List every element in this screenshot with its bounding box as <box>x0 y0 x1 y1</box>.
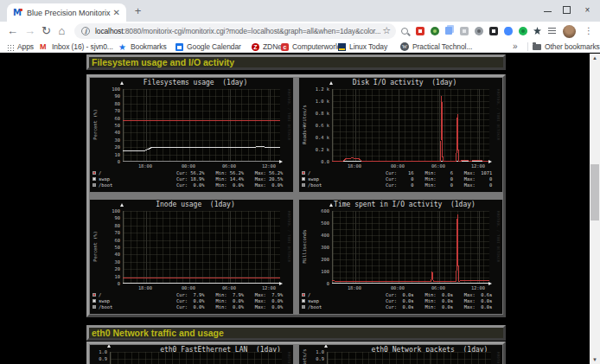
scrollbar-thumb[interactable] <box>590 164 599 220</box>
other-bookmarks[interactable]: Other bookmarks <box>533 41 600 53</box>
y-tick-label: 400 <box>299 233 329 238</box>
search-extension-icon[interactable] <box>401 28 408 35</box>
y-axis-arrow <box>329 81 333 85</box>
y-axis-arrow <box>120 81 124 85</box>
y-tick-label: 300 <box>299 245 329 250</box>
legend-values: Cur: 0.0% Min: 0.0% Max: 0.0% <box>176 304 283 310</box>
graph-eth0-fastethernet-lan-1day-: eth0 FastEthernet LAN (1day)1.00.90.80.7… <box>89 344 294 364</box>
globe-extension-icon[interactable] <box>431 27 439 35</box>
forward-button[interactable]: → <box>24 22 35 41</box>
legend-color-box <box>302 305 305 309</box>
bookmark-item[interactable]: WPractical Technol... <box>400 41 472 53</box>
other-bookmarks-label: Other bookmarks <box>545 42 600 51</box>
pages-extension-icon[interactable] <box>445 27 452 35</box>
y-axis-arrow <box>107 344 111 348</box>
scrollbar-up-icon[interactable]: ▲ <box>590 54 600 62</box>
bookmark-item[interactable]: Apps <box>7 41 34 53</box>
bookmarks-overflow-icon[interactable]: » <box>513 41 518 53</box>
back-button[interactable]: ← <box>7 22 18 41</box>
x-tick-label: 00:00 <box>386 163 410 169</box>
y-tick-label: 80 <box>90 101 120 106</box>
legend-series-name: / <box>308 170 310 176</box>
page-scrollbar[interactable]: ▲ ▼ <box>590 54 600 364</box>
y-tick-label: 0.8 k <box>299 111 329 116</box>
bookmark-item[interactable]: Google Calendar <box>176 41 241 53</box>
pin-extension-icon[interactable] <box>533 27 541 35</box>
y-tick-label: 0 <box>299 281 329 286</box>
legend-values: Cur: 0.0s Min: 0.0s Max: 0.6s <box>386 292 492 297</box>
mask-extension-icon[interactable] <box>475 27 483 35</box>
bookmark-item[interactable]: cComputerworld <box>281 41 341 53</box>
y-tick-label: 600 <box>299 208 329 214</box>
legend-values: Cur: 18.9% Min: 14.4% Max: 20.5% <box>176 176 283 182</box>
x-tick-label: 06:00 <box>426 163 450 169</box>
cw-bookmark-icon: c <box>281 43 289 51</box>
zdnet-bookmark-icon: Z <box>252 43 259 51</box>
x-tick-label: 00:00 <box>386 285 410 291</box>
minimize-button[interactable] <box>544 8 552 12</box>
rrdtool-watermark: RRDTOOL / TOBI OETIKER <box>496 352 501 364</box>
x-tick-label: 06:00 <box>217 285 241 291</box>
legend-series-name: swap <box>99 176 110 182</box>
browser-window: M Blue Precision Monitorix ✕ + × ← → ↻ ⌂… <box>0 0 600 364</box>
y-axis-arrow <box>324 344 328 348</box>
y-tick-label: 40 <box>90 130 120 135</box>
calendar-bookmark-icon <box>176 43 183 51</box>
bookmark-item[interactable]: MInbox (16) - sjvn0... <box>40 41 113 53</box>
close-button[interactable]: × <box>582 5 593 15</box>
y-tick-label: 0.0 <box>299 159 329 164</box>
y-tick-label: 200 <box>299 257 329 262</box>
section-title-bar: Filesystem usage and I/O activity <box>86 54 506 70</box>
scrollbar-down-icon[interactable]: ▼ <box>590 355 600 364</box>
legend-series-name: /boot <box>99 304 112 310</box>
legend-color-box <box>93 177 96 181</box>
messenger-extension-icon[interactable] <box>504 27 513 35</box>
legend-color-box <box>302 177 305 181</box>
new-tab-button[interactable]: + <box>132 6 144 17</box>
gray-square-extension-icon[interactable] <box>460 27 469 35</box>
y-tick-label: 500 <box>299 220 329 226</box>
legend-color-box <box>93 305 96 309</box>
y-tick-label: 0.2 k <box>299 147 329 152</box>
profile-avatar[interactable] <box>563 25 576 38</box>
dark-square-extension-icon[interactable] <box>489 27 498 35</box>
bookmark-item[interactable]: ★Bookmarks <box>118 41 167 53</box>
list-extension-icon[interactable] <box>548 28 556 35</box>
y-tick-label: 50 <box>90 245 120 250</box>
maximize-button[interactable] <box>563 6 571 14</box>
monitorix-favicon-icon: M <box>13 8 22 17</box>
rrdtool-watermark: RRDTOOL / TOBI OETIKER <box>496 89 501 162</box>
browser-menu-icon[interactable]: ⋮ <box>584 22 594 41</box>
legend-values: Cur: 56.2% Min: 56.2% Max: 56.2% <box>176 170 283 176</box>
address-bar[interactable]: i localhost:8080/monitorix-cgi/monitorix… <box>74 23 396 39</box>
tab-close-icon[interactable]: ✕ <box>113 9 120 17</box>
x-tick-label: 18:00 <box>133 285 157 291</box>
bookmark-label: Bookmarks <box>131 42 167 51</box>
bookmark-label: Inbox (16) - sjvn0... <box>52 42 113 51</box>
info-icon[interactable]: i <box>81 27 90 35</box>
bookmark-item[interactable]: ZZDNet <box>252 41 284 53</box>
url-text[interactable]: localhost:8080/monitorix-cgi/monitorix.c… <box>95 23 380 39</box>
plot-area <box>110 352 282 364</box>
y-tick-label: 30 <box>90 259 120 265</box>
x-tick-label: 18:00 <box>342 163 367 169</box>
bookmark-star-icon[interactable]: ☆ <box>382 23 391 39</box>
rrdtool-watermark: RRDTOOL / TOBI OETIKER <box>287 211 291 284</box>
reload-button[interactable]: ↻ <box>41 22 52 41</box>
home-button[interactable]: ⌂ <box>56 22 67 41</box>
mail-extension-icon[interactable] <box>416 27 424 35</box>
browser-tab[interactable]: M Blue Precision Monitorix ✕ <box>7 3 126 22</box>
legend-color-box <box>302 293 305 297</box>
bookmark-item[interactable]: Linux Today <box>338 41 387 53</box>
y-tick-label: 100 <box>90 208 120 214</box>
legend-values: Cur: 0 Min: 0 Max: 0 <box>386 176 492 182</box>
section-title: Filesystem usage and I/O activity <box>89 57 503 67</box>
graph-filesystems-usage-1day-: Filesystems usage (1day)Percent (%)10090… <box>89 77 294 193</box>
spotify-extension-icon[interactable] <box>519 27 527 35</box>
series-lines <box>332 89 489 162</box>
bookmark-label: Google Calendar <box>187 42 241 51</box>
x-tick-label: 18:00 <box>133 163 157 169</box>
y-tick-label: 50 <box>90 123 120 128</box>
y-tick-label: 0.6 k <box>299 123 329 128</box>
y-tick-label: 60 <box>90 116 120 121</box>
